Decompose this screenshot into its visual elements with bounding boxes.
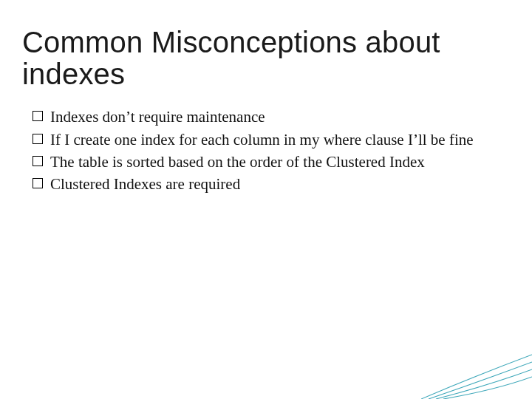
list-item: The table is sorted based on the order o…	[33, 151, 507, 172]
list-item: Clustered Indexes are required	[33, 174, 507, 194]
list-item: If I create one index for each column in…	[33, 129, 507, 150]
slide-title: Common Misconceptions about indexes	[22, 27, 507, 90]
bullet-list: Indexes don’t require maintenance If I c…	[22, 106, 507, 194]
list-item: Indexes don’t require maintenance	[33, 106, 507, 127]
slide-content: Common Misconceptions about indexes Inde…	[0, 0, 532, 195]
decorative-corner-bottom	[421, 310, 532, 399]
